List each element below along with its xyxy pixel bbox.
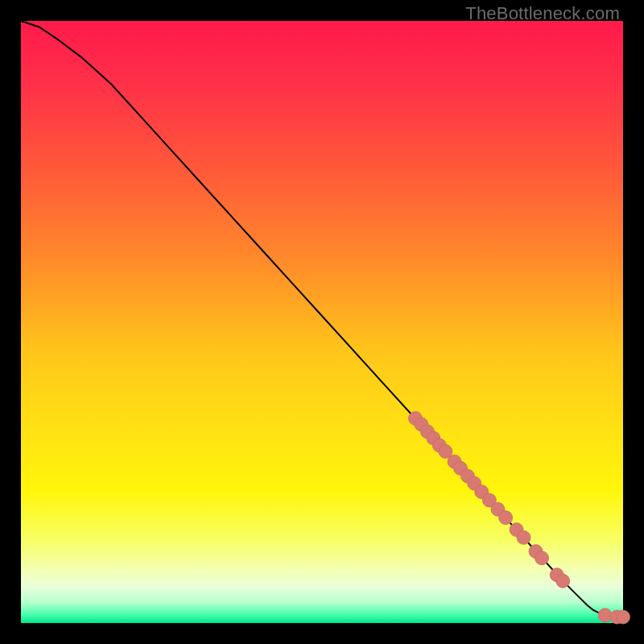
data-marker: [535, 551, 549, 565]
watermark-text: TheBottleneck.com: [465, 3, 620, 24]
gradient-background: [21, 21, 623, 623]
data-marker: [517, 530, 530, 544]
data-marker: [617, 610, 630, 624]
data-marker: [556, 574, 570, 588]
chart-frame: TheBottleneck.com: [0, 0, 644, 644]
data-marker: [598, 609, 612, 622]
data-marker: [499, 511, 513, 525]
chart-plot: [21, 21, 623, 623]
